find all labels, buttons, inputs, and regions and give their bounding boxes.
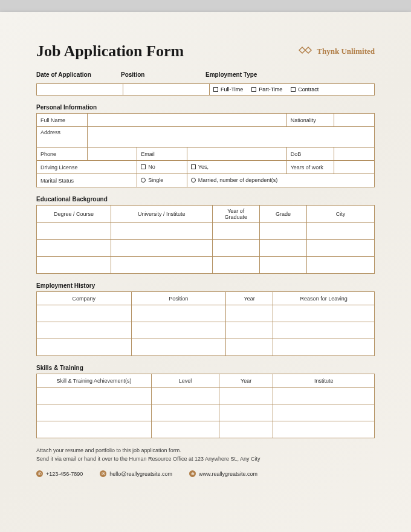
sk-h4: Institute (273, 374, 375, 388)
contact-email: ✉hello@reallygreatsite.com (100, 470, 172, 477)
brand-name: Thynk Unlimited (317, 47, 375, 56)
edu-h1: Degree / Course (37, 206, 111, 223)
nationality-input[interactable] (334, 114, 374, 127)
emp-h3: Year (226, 292, 273, 305)
nationality-label: Nationality (286, 114, 334, 127)
emptype-options: Full-Time Part-Time Contract (209, 83, 375, 96)
personal-section-title: Personal Information (36, 104, 375, 111)
edu-h3: Year of Graduate (212, 206, 259, 223)
emp-table: Company Position Year Reason for Leaving (36, 291, 375, 356)
table-row (37, 404, 375, 421)
license-label: Driving License (37, 161, 137, 174)
fullname-input[interactable] (87, 114, 286, 127)
position-label: Position (121, 71, 206, 78)
sk-h1: Skill & Training Achievement(s) (37, 374, 152, 388)
personal-table: Full Name Nationality Address Phone Emai… (36, 113, 375, 187)
position-input[interactable] (123, 83, 209, 96)
phone-icon: ✆ (36, 470, 43, 477)
brand-logo-icon (299, 45, 312, 57)
table-row (37, 322, 375, 339)
skills-section-title: Skills & Training (36, 365, 375, 371)
emp-h4: Reason for Leaving (273, 292, 375, 305)
emptype-label: Employment Type (206, 71, 375, 78)
dob-input[interactable] (334, 148, 374, 161)
footer-line1: Attach your resume and portfolio to this… (36, 447, 375, 455)
page-title: Job Application Form (36, 42, 184, 60)
table-row (37, 421, 375, 438)
contract-checkbox[interactable]: Contract (291, 86, 319, 92)
license-yes-checkbox[interactable]: Yes, (187, 161, 286, 174)
contact-phone: ✆+123-456-7890 (36, 470, 83, 477)
table-row (37, 305, 375, 322)
table-row (37, 339, 375, 356)
footer-note: Attach your resume and portfolio to this… (36, 447, 375, 463)
edu-h2: University / Institute (111, 206, 212, 223)
contact-row: ✆+123-456-7890 ✉hello@reallygreatsite.co… (36, 470, 375, 477)
email-label: Email (137, 148, 187, 161)
table-row (37, 223, 375, 240)
table-row (37, 240, 375, 257)
address-label: Address (37, 127, 88, 148)
phone-input[interactable] (87, 148, 137, 161)
edu-h5: City (307, 206, 375, 223)
fulltime-checkbox[interactable]: Full-Time (213, 86, 243, 92)
header: Job Application Form Thynk Unlimited (36, 42, 375, 60)
fullname-label: Full Name (37, 114, 88, 127)
mail-icon: ✉ (100, 470, 106, 477)
license-no-checkbox[interactable]: No (137, 161, 187, 174)
marital-label: Marital Status (37, 174, 137, 187)
skills-table: Skill & Training Achievement(s) Level Ye… (36, 374, 375, 438)
top-fields: Full-Time Part-Time Contract (36, 83, 375, 96)
emp-h1: Company (37, 292, 132, 305)
form-page: Job Application Form Thynk Unlimited Dat… (0, 12, 411, 532)
edu-section-title: Educational Background (36, 196, 375, 203)
sk-h2: Level (152, 374, 219, 388)
phone-label: Phone (37, 148, 88, 161)
footer-line2: Send it via email or hand it over to the… (36, 455, 375, 464)
date-label: Date of Application (36, 71, 121, 78)
emp-h2: Position (131, 292, 226, 305)
brand: Thynk Unlimited (299, 45, 375, 57)
years-input[interactable] (334, 161, 374, 174)
married-radio[interactable]: Married, number of dependent(s) (187, 174, 374, 187)
table-row (37, 388, 375, 404)
contact-web: ⊕www.reallygreatsite.com (189, 470, 257, 477)
address-input[interactable] (87, 127, 374, 148)
dob-label: DoB (286, 148, 334, 161)
date-input[interactable] (36, 83, 123, 96)
globe-icon: ⊕ (189, 470, 196, 477)
years-label: Years of work (286, 161, 334, 174)
email-input[interactable] (187, 148, 286, 161)
sk-h3: Year (219, 374, 273, 388)
table-row (37, 257, 375, 274)
edu-h4: Grade (259, 206, 306, 223)
emp-section-title: Employment History (36, 282, 375, 289)
top-labels: Date of Application Position Employment … (36, 71, 375, 80)
edu-table: Degree / Course University / Institute Y… (36, 205, 375, 274)
single-radio[interactable]: Single (137, 174, 187, 187)
parttime-checkbox[interactable]: Part-Time (251, 86, 282, 92)
